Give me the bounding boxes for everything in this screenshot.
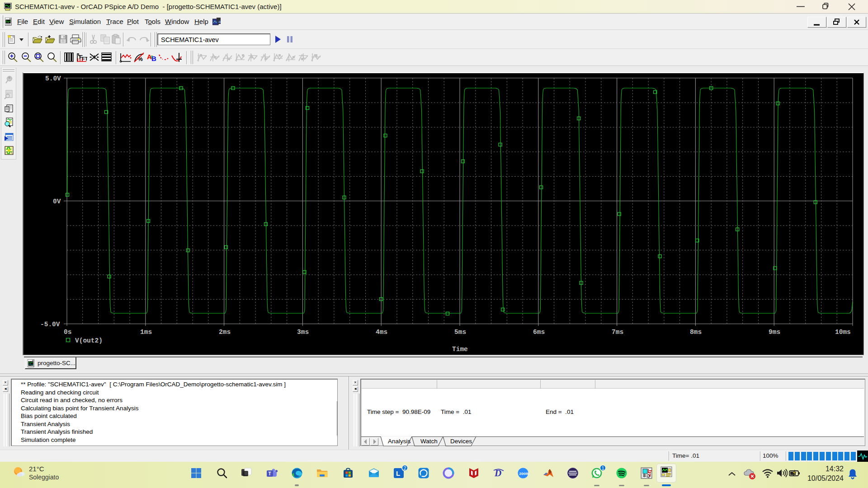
svg-text:7ms: 7ms [612,328,623,336]
svg-text:8ms: 8ms [690,328,702,336]
svg-text:Watch: Watch [420,438,438,445]
svg-text:2ms: 2ms [219,328,231,336]
svg-text:10ms: 10ms [835,328,851,336]
svg-text:5.0V: 5.0V [45,75,61,82]
svg-text:FT: FT [82,56,87,61]
svg-text:L: L [396,469,400,477]
svg-text:%: % [138,56,143,62]
svg-text:Analysis: Analysis [388,438,411,445]
svg-text:c: c [151,54,153,59]
svg-text:3ms: 3ms [297,328,309,336]
svg-text:V(out2): V(out2) [75,337,103,344]
svg-text:1ms: 1ms [140,328,152,336]
svg-text:5ms: 5ms [454,328,466,336]
svg-text:9ms: 9ms [769,328,780,336]
svg-text:T: T [269,471,271,476]
svg-text:zoom: zoom [519,471,529,476]
svg-text:-5.0V: -5.0V [40,321,60,328]
svg-text:0s: 0s [64,328,71,336]
svg-text:0V: 0V [53,198,61,205]
svg-text:Time: Time [452,346,468,353]
svg-text:4ms: 4ms [376,328,387,336]
svg-text:6ms: 6ms [533,328,545,336]
svg-text:Devices: Devices [450,438,472,445]
